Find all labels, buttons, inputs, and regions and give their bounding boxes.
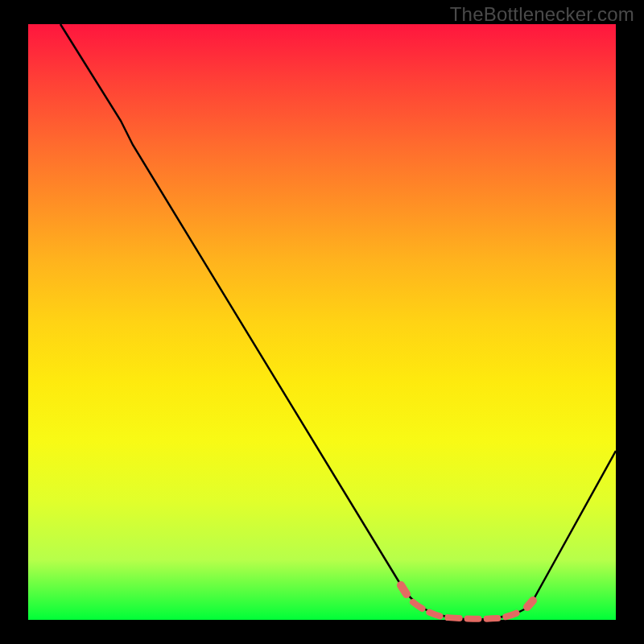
watermark-text: TheBottlenecker.com bbox=[450, 3, 634, 26]
accent-segment-right bbox=[527, 601, 533, 607]
accent-segment-left bbox=[401, 585, 407, 594]
curve-layer bbox=[28, 24, 616, 620]
main-curve bbox=[60, 24, 616, 620]
accent-segment-mid bbox=[413, 602, 522, 619]
chart-frame: TheBottlenecker.com bbox=[0, 0, 644, 644]
